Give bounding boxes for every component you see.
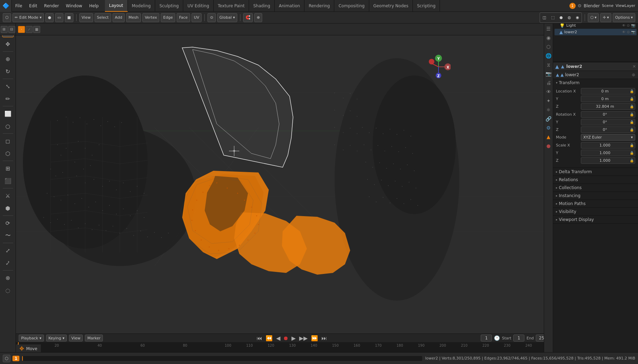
location-y-lock[interactable]: 🔒 [629, 97, 635, 101]
jump-start-icon[interactable]: ⏮ [256, 335, 263, 341]
ri-constraints-icon[interactable]: 🔗 [545, 115, 552, 123]
ri-output-icon[interactable]: 🖨 [545, 79, 552, 87]
tool-inset[interactable]: ◻ [2, 135, 14, 147]
status-editor-icon[interactable]: ⬡ [3, 355, 10, 362]
ri-material-icon[interactable]: ● [545, 142, 552, 150]
overlay-dropdown[interactable]: ⬡ ▾ [588, 13, 599, 22]
start-frame[interactable]: 1 [513, 335, 524, 341]
tab-sculpting[interactable]: Sculpting [155, 0, 183, 12]
transform-space[interactable]: Global ▾ [217, 13, 238, 22]
face-menu[interactable]: Face [177, 13, 190, 22]
location-z-field[interactable]: 32.804 m 🔒 [581, 103, 635, 110]
tab-compositing[interactable]: Compositing [334, 0, 369, 12]
tool-to-sphere[interactable]: ◌ [2, 284, 14, 296]
material-toggle[interactable]: ◍ [566, 13, 573, 22]
mesh-sel-icon[interactable]: ⊙ [627, 30, 630, 34]
mesh-type-vertices[interactable]: ● [45, 13, 54, 22]
viewport-display-header[interactable]: ▸ Viewport Display [553, 216, 638, 223]
ri-list-icon[interactable]: ☰ [545, 25, 552, 33]
jump-end-icon[interactable]: ⏭ [321, 335, 328, 341]
rotation-x-field[interactable]: 0° 🔒 [581, 111, 635, 118]
scale-y-field[interactable]: 1.000 🔒 [581, 150, 635, 156]
tool-transform[interactable]: ⊕ [2, 53, 14, 65]
ri-render-icon[interactable]: 📷 [545, 70, 552, 78]
menu-window[interactable]: Window [62, 0, 86, 12]
outliner-item-lower2[interactable]: ▲ lower2 👁 ⊙ 📷 [555, 29, 637, 35]
instancing-header[interactable]: ▸ Instancing [553, 192, 638, 199]
tool-offset-edge[interactable]: ⬛ [2, 175, 14, 187]
obj-search-icon[interactable]: ✕ [632, 64, 636, 69]
mesh-menu[interactable]: Mesh [126, 13, 141, 22]
current-frame[interactable]: 1 [481, 335, 492, 341]
ri-filter-icon[interactable]: ⧖ [545, 61, 552, 69]
tool-annotate[interactable]: ✏ [2, 93, 14, 105]
tab-layout[interactable]: Layout [105, 0, 128, 12]
delta-transform-header[interactable]: ▸ Delta Transform [553, 168, 638, 176]
mesh-type-edges[interactable]: ▭ [55, 13, 63, 22]
rotation-z-field[interactable]: 0° 🔒 [581, 126, 635, 133]
location-y-field[interactable]: 0 m 🔒 [581, 96, 635, 102]
editor-type-btn[interactable]: ⬡ [3, 13, 11, 22]
edge-menu[interactable]: Edge [161, 13, 175, 22]
obj-options-icon[interactable]: ⊕ [632, 72, 635, 77]
scale-z-field[interactable]: 1.000 🔒 [581, 157, 635, 164]
tool-move[interactable]: ✥ [2, 38, 14, 50]
tool-rotate[interactable]: ↻ [2, 65, 14, 77]
collections-header[interactable]: ▸ Collections [553, 184, 638, 192]
rotation-x-lock[interactable]: 🔒 [629, 113, 635, 116]
motion-paths-header[interactable]: ▸ Motion Paths [553, 200, 638, 207]
playback-dropdown[interactable]: Playback ▾ [19, 335, 44, 341]
tool-shear[interactable]: ⊗ [2, 272, 14, 284]
mesh-type-faces[interactable]: ■ [65, 13, 73, 22]
vertex-select-mode[interactable]: · [18, 26, 25, 33]
rotation-y-lock[interactable]: 🔒 [629, 120, 635, 124]
gizmo-dropdown[interactable]: ✛ ▾ [600, 13, 611, 22]
icon-btn-1[interactable]: ⊞ [1, 26, 8, 33]
icon-btn-2[interactable]: ⊟ [8, 26, 15, 33]
tool-poly-build[interactable]: ⬢ [2, 202, 14, 214]
ri-physics-icon[interactable]: ⚛ [545, 106, 552, 114]
wire-toggle[interactable]: ⬚ [549, 13, 557, 22]
settings-icon[interactable]: ⚙ [578, 3, 582, 8]
tool-box[interactable]: ⬜ [2, 108, 14, 119]
tab-modeling[interactable]: Modeling [128, 0, 156, 12]
mode-dropdown[interactable]: ✏ Edit Mode ▾ [12, 13, 44, 22]
render-toggle[interactable]: ◉ [574, 13, 582, 22]
view-menu[interactable]: View [79, 13, 93, 22]
menu-render[interactable]: Render [41, 0, 62, 12]
ri-particles-icon[interactable]: ✦ [545, 97, 552, 105]
tool-shrink[interactable]: ⤦ [2, 257, 14, 269]
scale-x-field[interactable]: 1.000 🔒 [581, 142, 635, 149]
menu-help[interactable]: Help [86, 0, 102, 12]
scale-y-lock[interactable]: 🔒 [629, 151, 635, 155]
tab-texture-paint[interactable]: Texture Paint [214, 0, 249, 12]
xray-toggle[interactable]: ◫ [540, 13, 548, 22]
next-keyframe-icon[interactable]: ▶▶ [299, 335, 309, 341]
location-x-field[interactable]: 0 m 🔒 [581, 88, 635, 95]
tool-loop-cut[interactable]: ⊞ [2, 162, 14, 174]
select-menu[interactable]: Select [95, 13, 111, 22]
mini-timeline[interactable] [22, 356, 422, 361]
location-x-lock[interactable]: 🔒 [629, 89, 635, 93]
solid-toggle[interactable]: ● [557, 13, 565, 22]
add-menu[interactable]: Add [113, 13, 125, 22]
rotation-z-lock[interactable]: 🔒 [629, 128, 635, 132]
options-dropdown[interactable]: Options ▾ [613, 13, 635, 22]
mesh-render-icon[interactable]: 📷 [631, 30, 635, 34]
ri-modifier-icon[interactable]: ⚙ [545, 124, 552, 132]
nav-gizmo[interactable]: Y X Z [426, 55, 451, 79]
light-vis-icon[interactable]: 👁 [622, 24, 626, 27]
tool-edge-slide[interactable]: ⤢ [2, 245, 14, 256]
visibility-header[interactable]: ▸ Visibility [553, 208, 638, 215]
face-select-mode[interactable]: ▦ [33, 26, 40, 33]
marker-btn[interactable]: Marker [85, 335, 103, 341]
3d-viewport[interactable]: + User Perspective (1) lower2 Y X Z [16, 24, 553, 352]
tab-uv-editing[interactable]: UV Editing [183, 0, 214, 12]
light-render-icon[interactable]: 📷 [631, 24, 635, 27]
ri-world-icon[interactable]: 🌐 [545, 52, 552, 60]
tab-rendering[interactable]: Rendering [304, 0, 334, 12]
mesh-vis-icon[interactable]: 👁 [622, 30, 626, 34]
uv-menu[interactable]: UV [192, 13, 202, 22]
ri-scene-icon[interactable]: ⬡ [545, 43, 552, 51]
tab-scripting[interactable]: Scripting [413, 0, 440, 12]
